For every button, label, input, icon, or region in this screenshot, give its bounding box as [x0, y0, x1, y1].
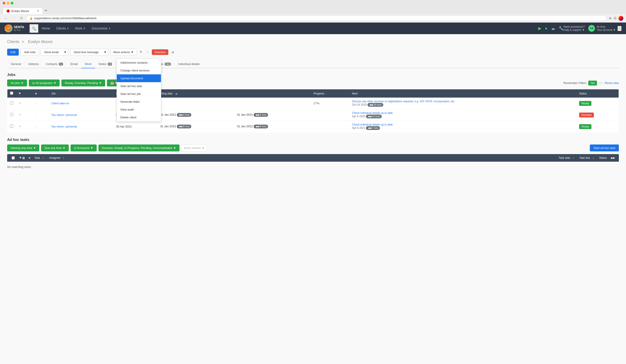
- tab-address[interactable]: Address: [25, 60, 42, 68]
- close-window-btn[interactable]: [3, 2, 5, 4]
- nav-home[interactable]: Home: [39, 23, 53, 34]
- edit-button[interactable]: Edit: [7, 49, 19, 56]
- cloud-icon[interactable]: ☁: [551, 26, 555, 31]
- help-support-link[interactable]: Help & support: [564, 28, 581, 32]
- row-next-date-wrap: Apr 6 2021 ◀◀ 7 wks: [352, 126, 574, 130]
- dropdown-view-audit[interactable]: View audit: [117, 106, 161, 114]
- row-star-icon[interactable]: ☆: [35, 125, 37, 128]
- refresh-btn[interactable]: ↻: [19, 16, 24, 21]
- row-date2-tag: ◀◀ 8 mos: [254, 125, 268, 128]
- breadcrumb: Clients > Evelyn Moore: [7, 40, 619, 44]
- select-all-tasks[interactable]: [12, 156, 15, 160]
- row-filing-date: 31 Jan 2021: [160, 113, 176, 116]
- row-flag-cell: ⚑: [16, 98, 32, 109]
- send-email-group: Send email ▼: [41, 49, 69, 56]
- task-due-sort-icon[interactable]: ↕: [591, 156, 596, 160]
- row-star-cell: ☆: [32, 121, 48, 132]
- filing-date-sort-icon[interactable]: ↕ ▦: [174, 92, 177, 95]
- send-text-button[interactable]: Send text message: [70, 49, 102, 56]
- tab-individual-details[interactable]: Individual details: [175, 60, 203, 68]
- row-flag-icon[interactable]: ⚑: [19, 125, 21, 128]
- forward-btn[interactable]: →: [11, 16, 17, 21]
- task-sort-icon[interactable]: ↕: [41, 156, 45, 160]
- tab-notes[interactable]: Notes 0: [95, 60, 116, 68]
- row-next-cell: Discuss any other services or registrati…: [349, 98, 576, 109]
- work-caret: ▼: [83, 27, 85, 30]
- extensions-btn[interactable]: ⚙: [614, 16, 617, 20]
- send-email-dropdown-btn[interactable]: ▼: [62, 49, 69, 56]
- wrench-icon[interactable]: 🔧: [559, 26, 563, 31]
- tab-work[interactable]: Work: [81, 60, 95, 68]
- task-start-sort-icon[interactable]: ↕: [571, 156, 576, 160]
- row-star-icon[interactable]: ☆: [35, 114, 37, 117]
- job-link[interactable]: Tax return: personal: [51, 125, 77, 128]
- dropdown-upload-document[interactable]: Upload document: [117, 74, 161, 82]
- row-flag-icon[interactable]: ⚑: [19, 114, 21, 117]
- globe-icon[interactable]: ●: [545, 26, 548, 31]
- nav-help[interactable]: Need assistance? Help & support ▼: [563, 25, 585, 32]
- add-note-button[interactable]: Add note: [21, 49, 39, 56]
- address-bar[interactable]: 🔒 supportdemo.senta.co/c/v/ce7d9e89aeca8…: [26, 15, 607, 21]
- reset-view-btn[interactable]: Reset view: [605, 81, 619, 85]
- nav-documents[interactable]: Documents ▼: [89, 23, 114, 34]
- select-all-jobs[interactable]: [10, 91, 13, 95]
- browser-tab[interactable]: Evelyn Moore ×: [3, 8, 43, 14]
- all-jobs-btn[interactable]: All jobs ▼: [7, 80, 27, 86]
- settings-btn[interactable]: ⚙: [618, 26, 622, 31]
- star-btn[interactable]: ☆: [145, 49, 150, 55]
- row-next-date: Oct 16 2019: [352, 103, 367, 106]
- nav-clients[interactable]: Clients ▼: [53, 23, 72, 34]
- row-progress: 27%: [314, 102, 319, 105]
- row-col6: [234, 98, 311, 109]
- row-star-icon[interactable]: ☆: [35, 102, 37, 105]
- due-any-time-btn[interactable]: Due any time ▼: [41, 145, 69, 151]
- send-email-button[interactable]: Send email: [41, 49, 62, 56]
- dropdown-change-client-services[interactable]: Change client services: [117, 67, 161, 74]
- th-next: Next: [349, 89, 576, 98]
- new-tab-btn[interactable]: +: [43, 7, 49, 14]
- search-btn[interactable]: 🔍: [30, 24, 39, 33]
- dropdown-add-remove-contacts[interactable]: Add/remove contacts: [117, 59, 161, 67]
- remember-yes-btn[interactable]: Yes: [588, 81, 597, 85]
- back-btn[interactable]: ←: [3, 16, 9, 21]
- progress-sort-icon[interactable]: ↕: [325, 92, 327, 95]
- assigned-sort-icon[interactable]: ↕: [61, 156, 66, 160]
- dropdown-start-adhoc-job[interactable]: Start ad hoc job: [117, 90, 161, 98]
- everyone-btn[interactable]: ◎ Everyone ▼: [71, 145, 97, 151]
- maximize-window-btn[interactable]: [11, 2, 13, 4]
- tab-close-btn[interactable]: ×: [37, 9, 39, 13]
- flag-btn[interactable]: ⚑: [138, 49, 143, 55]
- job-sort-icon[interactable]: ↕: [57, 92, 58, 95]
- send-text-dropdown-btn[interactable]: ▼: [102, 49, 109, 56]
- logo-subtitle: By IRIS: [14, 29, 24, 31]
- job-link[interactable]: Client take-on: [51, 102, 69, 105]
- dropdown-start-adhoc-task[interactable]: Start ad hoc task: [117, 82, 161, 90]
- row-checkbox[interactable]: [10, 113, 13, 116]
- all-assignees-btn[interactable]: ◎ All assignees ▼: [29, 80, 60, 86]
- nav-user[interactable]: AS Hi Amy Your account ▼: [588, 25, 616, 32]
- row-checkbox[interactable]: [10, 101, 13, 105]
- senta-logo-svg: [6, 26, 11, 31]
- breadcrumb-parent[interactable]: Clients: [7, 40, 19, 44]
- minimize-window-btn[interactable]: [7, 2, 9, 4]
- tasks-th-task-start: Task start ↕: [557, 156, 578, 160]
- tasks-th-collapse[interactable]: ◀◀: [609, 156, 616, 160]
- status-filter-btn[interactable]: Ready, Overdue, Pending ▼: [61, 80, 105, 86]
- tab-email[interactable]: Email: [67, 60, 81, 68]
- start-adhoc-task-btn[interactable]: Start ad hoc task: [590, 145, 619, 151]
- row-next-date-wrap: Oct 16 2019 ◀◀ 19 mos: [352, 103, 574, 107]
- tab-contacts[interactable]: Contacts 1: [42, 60, 67, 68]
- nav-work[interactable]: Work ▼: [72, 23, 88, 34]
- dropdown-delete-client[interactable]: Delete client: [117, 114, 161, 121]
- smiley-btn[interactable]: ☻: [170, 49, 176, 55]
- bookmark-btn[interactable]: ★: [609, 16, 612, 20]
- adhoc-status-filter-btn[interactable]: Overdue, Ready, In Progress, Pending, Un…: [98, 145, 180, 151]
- send-icon[interactable]: ▶: [538, 26, 541, 31]
- tab-general[interactable]: General: [7, 60, 25, 68]
- row-checkbox[interactable]: [10, 125, 13, 128]
- row-flag-icon[interactable]: ⚑: [19, 102, 21, 105]
- dropdown-generate-letter[interactable]: Generate letter: [117, 98, 161, 106]
- more-actions-button[interactable]: More actions ▼: [111, 49, 137, 56]
- job-link[interactable]: Tax return: personal: [51, 113, 77, 117]
- starting-any-time-btn[interactable]: Starting any time ▼: [7, 145, 39, 151]
